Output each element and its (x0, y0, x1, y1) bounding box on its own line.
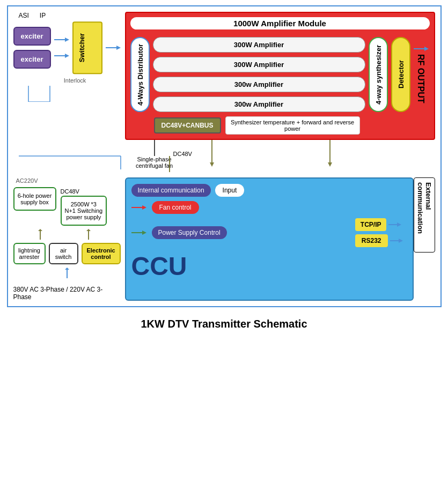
bottom-section: AC220V 6-hole power supply box DC48V 250… (13, 177, 435, 301)
ccu-top-row: Internal communication Input (131, 184, 407, 197)
lightning-box: lightningarrester (13, 243, 46, 264)
switching-arrows (13, 229, 121, 240)
air-switch-box: air switch (49, 243, 78, 264)
canbus-box: DC48V+CANBUS (154, 117, 221, 133)
connector-svg (13, 140, 448, 172)
dc48v-area: DC48V (61, 188, 107, 195)
tcpip-arrow (388, 221, 401, 228)
tcpip-box: TCP/IP (355, 218, 387, 231)
input-box: Input (215, 184, 245, 197)
rf-arrow (414, 46, 430, 52)
page-title: 1KW DTV Transmitter Schematic (5, 314, 443, 335)
switching-area: DC48V 2500W *3N+1 Switchingpower supply (61, 187, 107, 226)
ip-label: IP (40, 12, 46, 19)
fan-control-row: Fan control (131, 201, 407, 214)
ccu-area: Internal communication Input Fan control (125, 177, 435, 301)
interlock-label: Interlock (13, 77, 121, 84)
vertical-connectors (13, 86, 121, 102)
exciters-switcher: exciter exciter Switcher (13, 21, 121, 74)
arrow-right-1 (54, 36, 69, 43)
exciter2-box: exciter (13, 50, 51, 69)
svg-marker-1 (65, 38, 69, 42)
rs232-arrow (390, 237, 403, 244)
svg-marker-16 (328, 162, 332, 167)
svg-marker-3 (65, 54, 69, 58)
amplifier-module-title: 1000W Amplifier Module (130, 17, 430, 29)
fan-arrow (131, 204, 148, 211)
switching-box: 2500W *3N+1 Switchingpower supply (61, 196, 107, 226)
arrow-right-2 (54, 53, 69, 59)
amplifier-module: 1000W Amplifier Module 4-Ways Distributo… (125, 12, 435, 140)
synthesizer-box: 4-way synthesizer (369, 37, 388, 112)
amplifier-300w-1: 300W Amplifier (153, 37, 365, 53)
phase-label: 380V AC 3-Phase / 220V AC 3-Phase (13, 286, 121, 301)
rf-output-area: RF OUTPUT (414, 37, 430, 112)
asi-label: ASI (19, 12, 29, 19)
ac220v-label: AC220V (13, 177, 121, 184)
power-supply-control-row: Power Supply Control TCP/IP RS232 (131, 218, 407, 247)
svg-marker-24 (65, 268, 69, 270)
power-row: 6-hole power supply box DC48V 2500W *3N+… (13, 187, 121, 226)
svg-marker-28 (142, 231, 146, 235)
top-section: ASI IP exciter exciter (13, 12, 435, 140)
rs232-box: RS232 (355, 234, 388, 247)
main-diagram: ASI IP exciter exciter (7, 5, 442, 307)
electronic-arrows (13, 268, 121, 278)
amplifiers-col: 300W Amplifier 300W Amplifier 300w Ampli… (153, 37, 365, 112)
ccu-label: CCU (131, 251, 407, 281)
svg-marker-22 (86, 229, 91, 231)
synth-temp-box: Synthesizer temperature + forward and re… (225, 116, 360, 135)
detector-box: Detector (391, 37, 410, 112)
ccu-panel: Internal communication Input Fan control (125, 177, 414, 301)
svg-marker-14 (210, 162, 214, 167)
external-comm-label: External communication (414, 177, 435, 253)
ccu-bottom-row: CCU (131, 251, 407, 281)
svg-marker-10 (424, 47, 429, 51)
exciter1-box: exciter (13, 27, 51, 46)
six-hole-box: 6-hole power supply box (13, 187, 56, 211)
svg-marker-20 (38, 229, 42, 231)
amplifier-bottom: DC48V+CANBUS Synthesizer temperature + f… (130, 116, 430, 135)
amplifier-inner: 4-Ways Distributor 300W Amplifier 300W A… (130, 37, 430, 112)
left-panel: ASI IP exciter exciter (13, 12, 121, 140)
asi-ip-labels: ASI IP (13, 12, 121, 19)
electronic-row: lightningarrester air switch Electronicc… (13, 243, 121, 264)
rf-output-label: RF OUTPUT (414, 54, 425, 103)
svg-marker-5 (116, 46, 121, 50)
comms-boxes: TCP/IP RS232 (355, 218, 403, 247)
arrow-right-3 (106, 44, 121, 51)
switcher-box: Switcher (72, 21, 102, 74)
exciters-col: exciter exciter (13, 27, 51, 69)
power-supply-control-box: Power Supply Control (152, 226, 227, 239)
bottom-left: AC220V 6-hole power supply box DC48V 250… (13, 177, 121, 301)
svg-marker-32 (399, 239, 403, 243)
svg-marker-30 (397, 222, 401, 227)
svg-marker-26 (142, 205, 146, 210)
amplifier-300w-2: 300W Amplifier (153, 57, 365, 72)
amplifier-300w-4: 300w Amplifier (153, 96, 365, 112)
power-supply-arrow (131, 229, 148, 236)
amplifier-300w-3: 300w Amplifier (153, 77, 365, 92)
internal-comm-box: Internal communication (131, 184, 211, 197)
fan-control-box: Fan control (152, 201, 199, 214)
electronic-control-box: Electroniccontrol (82, 243, 121, 264)
connector-area: Single-phase centrifugal fan DC48V (13, 140, 435, 172)
distributor-box: 4-Ways Distributor (130, 37, 150, 112)
interlock-lines (18, 86, 61, 102)
